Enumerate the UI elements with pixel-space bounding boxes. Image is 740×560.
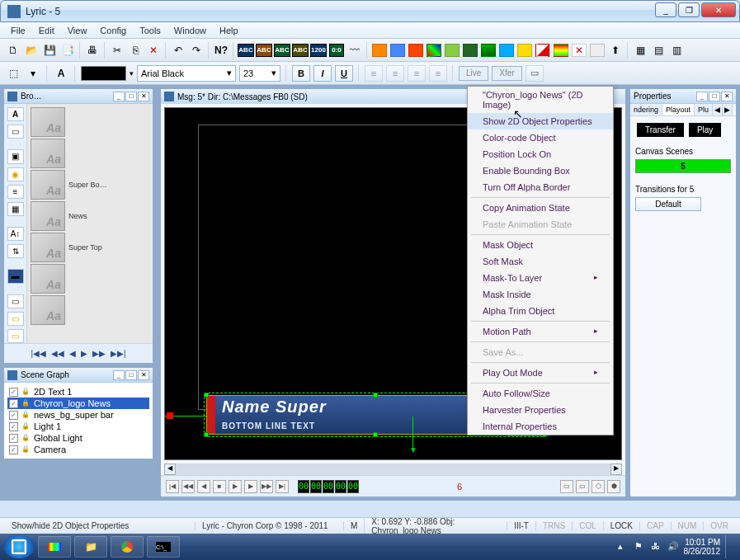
extra-btn-1[interactable]: ▭ <box>526 65 544 82</box>
context-menu-item[interactable]: Color-code Object <box>468 129 613 146</box>
swatch-4[interactable] <box>426 42 442 59</box>
menu-window[interactable]: Window <box>168 24 212 37</box>
color-swatch[interactable] <box>81 66 126 81</box>
context-menu-item[interactable]: Mask Inside <box>468 286 613 303</box>
context-menu-item[interactable]: Copy Animation State <box>468 200 613 216</box>
visibility-checkbox-icon[interactable]: ✓ <box>9 388 18 397</box>
lock-icon[interactable]: 🔒 <box>21 445 31 454</box>
visibility-checkbox-icon[interactable]: ✓ <box>9 422 18 431</box>
browse-min-button[interactable]: _ <box>113 92 125 101</box>
menu-file[interactable]: File <box>5 24 31 37</box>
context-menu-item[interactable]: Harvester Properties <box>468 402 613 418</box>
undo-icon[interactable]: ↶ <box>170 42 186 59</box>
align-left-icon[interactable]: ≡ <box>365 65 383 82</box>
save-all-icon[interactable]: 📑 <box>59 42 76 59</box>
menu-view[interactable]: View <box>62 24 93 37</box>
thumb-item[interactable] <box>31 139 65 168</box>
font-name-combo[interactable]: Arial Black▾ <box>137 65 236 82</box>
scene-item[interactable]: ✓🔒news_bg_super bar <box>7 409 149 421</box>
context-menu-item[interactable]: Turn Off Alpha Border <box>468 179 613 195</box>
lock-icon[interactable]: 🔒 <box>21 411 31 420</box>
browse-tool-8[interactable]: ▭ <box>7 294 24 308</box>
browse-tool-1[interactable]: ▣ <box>7 149 24 163</box>
footer-btn-b[interactable]: ▭ <box>576 480 589 493</box>
task-item-cmd[interactable]: C:\_ <box>147 536 180 558</box>
live-tab[interactable]: Live <box>459 66 488 81</box>
copy-icon[interactable]: ⎘ <box>127 42 144 59</box>
lock-icon[interactable]: 🔒 <box>21 399 31 408</box>
tab-playout[interactable]: Playout <box>662 104 695 115</box>
menu-help[interactable]: Help <box>214 24 244 37</box>
save-icon[interactable]: 💾 <box>41 42 58 59</box>
browse-tool-square[interactable]: ▭ <box>7 125 24 139</box>
align-right-icon[interactable]: ≡ <box>408 65 426 82</box>
arrow-up-icon[interactable]: ⬆ <box>607 42 624 59</box>
context-menu-item[interactable]: "Chyron_logo News" (2D Image) <box>468 87 613 113</box>
thumb-item[interactable] <box>31 201 65 231</box>
browse-tool-10[interactable]: ▭ <box>7 329 24 343</box>
nav-last-icon[interactable]: ▶▶| <box>111 349 126 358</box>
scene-item[interactable]: ✓🔒Light 1 <box>7 421 149 432</box>
transfer-button[interactable]: Transfer <box>637 123 684 137</box>
menu-tools[interactable]: Tools <box>134 24 167 37</box>
nav-rev-icon[interactable]: ◀◀ <box>51 349 64 358</box>
transport-loop-icon[interactable]: ▶ <box>244 480 257 493</box>
prop-min-button[interactable]: _ <box>696 92 708 101</box>
swatch-12[interactable]: ✕ <box>571 42 587 59</box>
browse-tool-2[interactable]: ◉ <box>7 167 24 181</box>
transport-prev-icon[interactable]: ◀ <box>197 480 210 493</box>
tray-volume-icon[interactable]: 🔊 <box>667 541 679 553</box>
zero-block[interactable]: 0:0 <box>328 42 345 59</box>
browse-max-button[interactable]: □ <box>125 92 137 101</box>
visibility-checkbox-icon[interactable]: ✓ <box>9 411 18 420</box>
browse-tool-3[interactable]: ≡ <box>7 185 24 199</box>
visibility-checkbox-icon[interactable]: ✓ <box>9 434 18 443</box>
underline-button[interactable]: U <box>335 65 353 82</box>
nav-next-icon[interactable]: ▶ <box>81 349 87 358</box>
panel-icon-3[interactable]: ▥ <box>668 42 685 59</box>
help-icon[interactable]: N? <box>213 42 229 59</box>
browse-tool-5[interactable]: A↕ <box>7 227 24 241</box>
scene-item[interactable]: ✓🔒Camera <box>7 444 149 455</box>
swatch-1[interactable] <box>371 42 388 59</box>
transport-play-icon[interactable]: ▶ <box>229 480 242 493</box>
panel-icon-2[interactable]: ▤ <box>650 42 667 59</box>
context-menu-item[interactable]: Internal Properties <box>468 418 613 435</box>
context-menu-item[interactable]: Position Lock On <box>468 146 613 162</box>
swatch-3[interactable] <box>408 42 424 59</box>
close-button[interactable]: ✕ <box>701 2 736 17</box>
cursor-select-icon[interactable]: ⬚ <box>5 65 21 82</box>
default-button[interactable]: Default <box>635 197 701 211</box>
menu-edit[interactable]: Edit <box>33 24 60 37</box>
swatch-10[interactable] <box>535 42 551 59</box>
new-icon[interactable]: 🗋 <box>5 42 21 59</box>
play-button[interactable]: Play <box>689 123 721 137</box>
align-center-icon[interactable]: ≡ <box>386 65 404 82</box>
context-menu-item[interactable]: Show 2D Object Properties <box>468 113 613 129</box>
abc-block-4[interactable]: ABC <box>292 42 309 59</box>
prop-close-button[interactable]: ✕ <box>721 92 733 101</box>
num-block[interactable]: 1200 <box>310 42 327 59</box>
task-item-chrome[interactable] <box>111 536 144 558</box>
footer-btn-c[interactable]: ⬡ <box>592 480 605 493</box>
context-menu-item[interactable]: Mask-To Layer <box>468 270 613 286</box>
transport-ff-icon[interactable]: ▶▶ <box>260 480 273 493</box>
cut-icon[interactable]: ✂ <box>109 42 125 59</box>
font-size-combo[interactable]: 23▾ <box>239 65 280 82</box>
browse-tool-7[interactable]: ▬ <box>7 269 24 283</box>
minimize-button[interactable]: _ <box>655 2 676 17</box>
system-clock[interactable]: 10:01 PM 8/26/2012 <box>684 538 721 556</box>
lock-icon[interactable]: 🔒 <box>21 434 31 443</box>
transport-stop-icon[interactable]: ■ <box>213 480 226 493</box>
italic-button[interactable]: I <box>313 65 332 82</box>
task-item-1[interactable] <box>38 536 71 558</box>
thumb-item[interactable] <box>31 170 65 200</box>
tab-rendering[interactable]: ndering <box>630 104 662 115</box>
redo-icon[interactable]: ↷ <box>188 42 205 59</box>
abc-block-2[interactable]: ABC <box>256 42 272 59</box>
swatch-2[interactable] <box>389 42 406 59</box>
tab-scroll-r[interactable]: ▶ <box>723 104 733 115</box>
lock-icon[interactable]: 🔒 <box>21 422 31 431</box>
browse-close-button[interactable]: ✕ <box>138 92 149 101</box>
delete-icon[interactable]: ✕ <box>145 42 162 59</box>
